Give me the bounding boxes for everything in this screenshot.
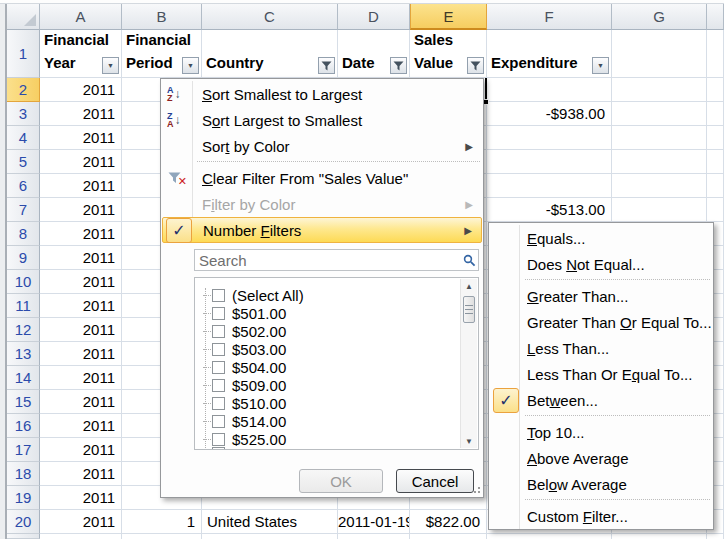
submenu-item-above-average[interactable]: Above Average [490, 445, 712, 471]
menu-item-label: Sort Largest to Smallest [202, 112, 362, 129]
scroll-up-arrow[interactable]: ▲ [461, 279, 477, 293]
submenu-item-does-not-equal[interactable]: Does Not Equal... [490, 251, 712, 277]
clear-filter-icon: ✕ [168, 170, 184, 186]
menu-item-sort-largest-to-smallest[interactable]: ZA↓Sort Largest to Smallest [162, 107, 482, 133]
submenu-arrow-icon: ▶ [465, 141, 473, 152]
thumb-grip-icon [465, 305, 473, 315]
submenu-item-below-average[interactable]: Below Average [490, 471, 712, 497]
checklist-item-504-00[interactable]: $504.00 [195, 359, 455, 377]
checklist-item-501-00[interactable]: $501.00 [195, 305, 455, 323]
sort-z-to-a-icon: ZA↓ [167, 112, 181, 128]
submenu-item-label: Between... [527, 392, 598, 409]
checklist-label: $501.00 [232, 305, 286, 323]
menu-item-label: Clear Filter From "Sales Value" [202, 170, 408, 187]
menu-item-clear-filter-from-sales-value[interactable]: ✕Clear Filter From "Sales Value" [162, 165, 482, 191]
submenu-item-label: Below Average [527, 476, 627, 493]
submenu-item-between[interactable]: ✓Between... [490, 387, 712, 413]
checkbox-501-00[interactable] [212, 307, 225, 320]
tree-stub [203, 403, 211, 404]
menu-item-label: Filter by Color [202, 196, 295, 213]
submenu-item-top-10[interactable]: Top 10... [490, 419, 712, 445]
checklist-label: $525.00 [232, 431, 286, 449]
tree-stub [203, 439, 211, 440]
submenu-item-label: Greater Than... [527, 288, 628, 305]
tree-stub [203, 367, 211, 368]
tree-stub [203, 313, 211, 314]
submenu-item-label: Top 10... [527, 424, 585, 441]
active-filter-check-icon: ✓ [493, 388, 519, 413]
submenu-separator [525, 499, 710, 500]
checkbox-509-00[interactable] [212, 379, 225, 392]
checkbox-503-00[interactable] [212, 343, 225, 356]
value-checklist: (Select All)$501.00$502.00$503.00$504.00… [194, 277, 479, 450]
checklist-item-514-00[interactable]: $514.00 [195, 413, 455, 431]
checklist-label: $502.00 [232, 323, 286, 341]
checklist-item-502-00[interactable]: $502.00 [195, 323, 455, 341]
submenu-item-less-than[interactable]: Less Than... [490, 335, 712, 361]
tree-stub [203, 385, 211, 386]
submenu-item-label: Custom Filter... [527, 508, 628, 525]
cancel-button[interactable]: Cancel [396, 469, 474, 493]
submenu-item-label: Above Average [527, 450, 628, 467]
sort-a-to-z-icon: AZ↓ [167, 86, 181, 102]
search-icon[interactable] [460, 251, 478, 269]
menu-separator [197, 161, 480, 162]
checkbox-525-00[interactable] [212, 433, 225, 446]
search-box [194, 249, 479, 271]
submenu-item-label: Less Than... [527, 340, 609, 357]
checklist-scrollbar: ▲▼ [460, 279, 477, 448]
checklist-item-525-00[interactable]: $525.00 [195, 431, 455, 449]
tree-stub [203, 349, 211, 350]
checklist-item-510-00[interactable]: $510.00 [195, 395, 455, 413]
checklist-label: $510.00 [232, 395, 286, 413]
menu-item-filter-by-color[interactable]: Filter by Color▶ [162, 191, 482, 217]
checkbox-510-00[interactable] [212, 397, 225, 410]
search-input[interactable] [195, 252, 460, 269]
submenu-item-custom-filter[interactable]: Custom Filter... [490, 503, 712, 529]
checkbox-partial [212, 447, 225, 450]
menu-item-sort-by-color[interactable]: Sort by Color▶ [162, 133, 482, 159]
menu-item-sort-smallest-to-largest[interactable]: AZ↓Sort Smallest to Largest [162, 81, 482, 107]
menu-layer: AZ↓Sort Smallest to LargestZA↓Sort Large… [0, 0, 724, 539]
submenu-item-label: Greater Than Or Equal To... [527, 314, 712, 331]
checklist-label: $514.00 [232, 413, 286, 431]
menu-item-label: Sort by Color [202, 138, 290, 155]
submenu-arrow-icon: ▶ [464, 225, 472, 236]
menu-item-number-filters[interactable]: ✓Number Filters▶ [162, 217, 482, 243]
submenu-separator [525, 279, 710, 280]
submenu-separator [525, 415, 710, 416]
checkbox-504-00[interactable] [212, 361, 225, 374]
checkbox-502-00[interactable] [212, 325, 225, 338]
checklist-label: $509.00 [232, 377, 286, 395]
tree-stub [203, 295, 211, 296]
scroll-down-arrow[interactable]: ▼ [461, 434, 477, 448]
submenu-item-equals[interactable]: Equals... [490, 225, 712, 251]
menu-item-label: Number Filters [203, 222, 301, 239]
checklist-item-509-00[interactable]: $509.00 [195, 377, 455, 395]
submenu-item-label: Equals... [527, 230, 585, 247]
submenu-item-greater-than[interactable]: Greater Than... [490, 283, 712, 309]
submenu-item-label: Less Than Or Equal To... [527, 366, 692, 383]
submenu-arrow-icon: ▶ [465, 199, 473, 210]
tree-stub [203, 331, 211, 332]
checkbox-514-00[interactable] [212, 415, 225, 428]
excel-window: ABCDEFG1234567891011121314151617181920Fi… [0, 0, 724, 539]
checklist-label: (Select All) [232, 287, 304, 305]
ok-button[interactable]: OK [299, 469, 383, 493]
checklist-item-select-all[interactable]: (Select All) [195, 287, 455, 305]
checkbox-select-all[interactable] [212, 289, 225, 302]
resize-grip[interactable] [472, 487, 480, 495]
active-filter-check-icon: ✓ [166, 218, 192, 243]
submenu-item-less-than-or-equal-to[interactable]: Less Than Or Equal To... [490, 361, 712, 387]
number-filters-submenu: Equals...Does Not Equal...Greater Than..… [488, 222, 714, 530]
submenu-item-greater-than-or-equal-to[interactable]: Greater Than Or Equal To... [490, 309, 712, 335]
menu-item-label: Sort Smallest to Largest [202, 86, 362, 103]
checklist-label: $503.00 [232, 341, 286, 359]
submenu-item-label: Does Not Equal... [527, 256, 645, 273]
checklist-label: $504.00 [232, 359, 286, 377]
scroll-thumb[interactable] [463, 296, 475, 323]
checklist-item-503-00[interactable]: $503.00 [195, 341, 455, 359]
tree-stub [203, 421, 211, 422]
autofilter-menu: AZ↓Sort Smallest to LargestZA↓Sort Large… [160, 78, 484, 498]
